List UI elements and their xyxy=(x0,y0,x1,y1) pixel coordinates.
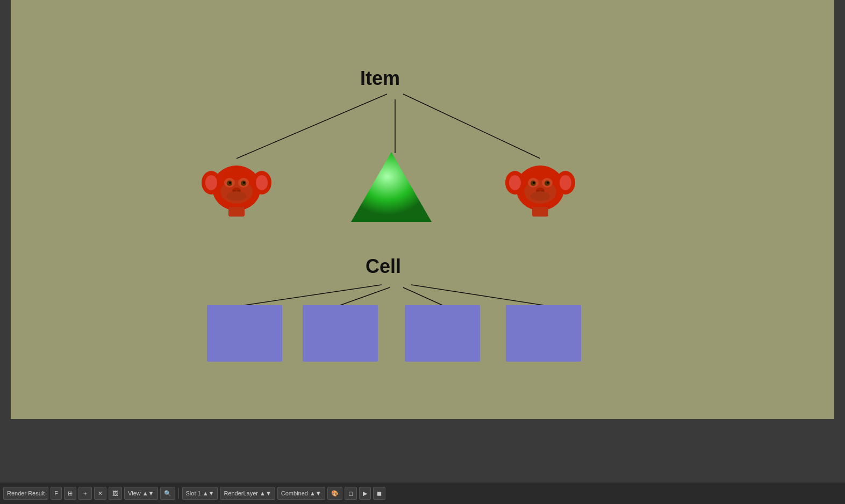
icon-button-4[interactable]: 🖼 xyxy=(109,487,122,500)
diagram: Item Cell xyxy=(11,0,834,419)
svg-point-31 xyxy=(547,182,549,184)
monkey-right xyxy=(505,153,575,218)
display-icon-3[interactable]: ▶ xyxy=(359,487,371,500)
display-icon-1[interactable]: 🎨 xyxy=(327,487,342,500)
blue-rect-2 xyxy=(303,305,378,362)
render-layer-dropdown[interactable]: RenderLayer ▲▼ xyxy=(220,487,275,500)
svg-rect-23 xyxy=(228,207,245,217)
blue-rect-1 xyxy=(207,305,282,362)
cell-label: Cell xyxy=(366,255,401,278)
blue-rect-3 xyxy=(405,305,480,362)
main-canvas: Item Cell xyxy=(11,0,834,419)
svg-point-39 xyxy=(560,175,571,190)
bottom-bar: Render Result F ⊞ ＋ ✕ 🖼 View ▲▼ 🔍 Slot 1… xyxy=(0,483,845,504)
green-triangle xyxy=(348,149,434,225)
svg-line-4 xyxy=(340,287,390,305)
svg-point-20 xyxy=(205,175,217,190)
f-button[interactable]: F xyxy=(51,487,62,500)
display-icon-2[interactable]: ◻ xyxy=(345,487,357,500)
svg-point-18 xyxy=(227,191,246,201)
svg-rect-40 xyxy=(532,207,548,217)
svg-line-3 xyxy=(245,285,382,305)
svg-point-30 xyxy=(533,182,535,184)
svg-point-35 xyxy=(531,191,550,201)
svg-point-37 xyxy=(509,175,521,190)
view-dropdown[interactable]: View ▲▼ xyxy=(124,487,157,500)
slot-dropdown[interactable]: Slot 1 ▲▼ xyxy=(182,487,218,500)
display-icon-4[interactable]: ◼ xyxy=(373,487,385,500)
render-result-label: Render Result xyxy=(3,487,48,500)
monkey-left xyxy=(202,153,271,218)
svg-line-2 xyxy=(403,94,540,159)
icon-button-3[interactable]: ✕ xyxy=(94,487,106,500)
icon-button-2[interactable]: ＋ xyxy=(78,487,92,500)
icon-button-1[interactable]: ⊞ xyxy=(64,487,76,500)
item-label: Item xyxy=(360,67,400,90)
zoom-control[interactable]: 🔍 xyxy=(160,487,175,500)
svg-point-13 xyxy=(229,182,231,184)
svg-line-0 xyxy=(237,94,387,159)
separator-1 xyxy=(178,488,179,499)
svg-line-5 xyxy=(403,287,442,305)
blue-rect-4 xyxy=(506,305,581,362)
combined-dropdown[interactable]: Combined ▲▼ xyxy=(277,487,325,500)
svg-point-14 xyxy=(243,182,245,184)
svg-line-6 xyxy=(411,285,543,305)
svg-point-22 xyxy=(256,175,268,190)
svg-marker-41 xyxy=(351,152,432,222)
